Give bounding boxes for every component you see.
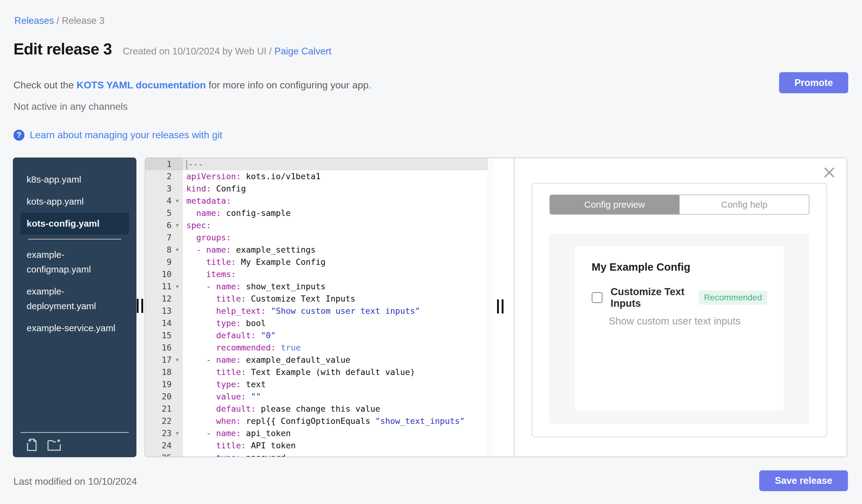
breadcrumb-separator: / [54,15,62,26]
code-line-22[interactable]: when: repl{{ ConfigOptionEquals "show_te… [183,415,495,427]
preview-resize-handle[interactable] [497,300,504,314]
editor-line-18[interactable]: 18 title: Text Example (with default val… [145,366,495,378]
fold-spacer [172,415,183,427]
gutter-line-10: 10 [145,268,183,280]
code-line-23[interactable]: - name: api_token [183,427,495,439]
code-line-8[interactable]: - name: example_settings [183,244,495,256]
editor-line-13[interactable]: 13 help_text: "Show custom user text inp… [145,305,495,317]
code-line-2[interactable]: apiVersion: kots.io/v1beta1 [183,170,495,183]
code-line-11[interactable]: - name: show_text_inputs [183,280,495,293]
fold-toggle-icon[interactable]: ▾ [172,280,183,293]
fold-toggle-icon[interactable]: ▾ [172,195,183,207]
add-folder-icon[interactable] [47,438,62,452]
code-line-15[interactable]: default: "0" [183,329,495,342]
editor-line-7[interactable]: 7 groups: [145,231,495,244]
code-line-6[interactable]: spec: [183,219,495,231]
config-group-title: My Example Config [591,261,767,273]
editor-line-21[interactable]: 21 default: please change this value [145,403,495,415]
fold-spacer [172,439,183,452]
sidebar-file-kots-config-yaml[interactable]: kots-config.yaml [21,213,129,235]
add-file-icon[interactable] [25,438,39,452]
gutter-line-17: 17▾ [145,354,183,366]
editor-line-6[interactable]: 6▾spec: [145,219,495,231]
editor-line-14[interactable]: 14 type: bool [145,317,495,329]
editor-line-8[interactable]: 8▾ - name: example_settings [145,244,495,256]
editor-line-22[interactable]: 22 when: repl{{ ConfigOptionEquals "show… [145,415,495,427]
editor-line-20[interactable]: 20 value: "" [145,390,495,403]
breadcrumb: Releases / Release 3 [14,15,105,26]
editor-line-23[interactable]: 23▾ - name: api_token [145,427,495,439]
fold-spacer [172,403,183,415]
promote-button[interactable]: Promote [779,72,848,93]
fold-spacer [172,390,183,403]
code-line-18[interactable]: title: Text Example (with default value) [183,366,495,378]
fold-spacer [172,378,183,390]
edit-release-page: Releases / Release 3 Edit release 3 Crea… [0,0,862,504]
editor-line-11[interactable]: 11▾ - name: show_text_inputs [145,280,495,293]
code-line-4[interactable]: metadata: [183,195,495,207]
question-mark-icon: ? [13,130,25,141]
kots-yaml-doc-link[interactable]: KOTS YAML documentation [77,80,206,91]
fold-spacer [172,317,183,329]
editor-line-25[interactable]: 25 type: password [145,452,495,456]
editor-preview-gap [495,158,514,456]
code-line-25[interactable]: type: password [183,452,495,456]
editor-line-9[interactable]: 9 title: My Example Config [145,256,495,268]
editor-line-19[interactable]: 19 type: text [145,378,495,390]
sidebar-file-example-configmap-yaml[interactable]: example-configmap.yaml [21,244,129,280]
code-line-17[interactable]: - name: example_default_value [183,354,495,366]
fold-toggle-icon[interactable]: ▾ [172,354,183,366]
code-line-1[interactable]: --- [183,158,495,170]
editor-line-4[interactable]: 4▾metadata: [145,195,495,207]
code-line-20[interactable]: value: "" [183,390,495,403]
editor-line-2[interactable]: 2apiVersion: kots.io/v1beta1 [145,170,495,183]
sidebar-file-kots-app-yaml[interactable]: kots-app.yaml [21,190,129,213]
breadcrumb-current: Release 3 [62,15,105,26]
editor-line-12[interactable]: 12 title: Customize Text Inputs [145,293,495,305]
tab-config-preview[interactable]: Config preview [550,195,679,214]
editor-line-24[interactable]: 24 title: API token [145,439,495,452]
code-line-5[interactable]: name: config-sample [183,207,495,219]
git-releases-link[interactable]: Learn about managing your releases with … [30,129,222,141]
text-cursor [186,160,187,170]
close-icon[interactable] [823,166,836,179]
fold-toggle-icon[interactable]: ▾ [172,244,183,256]
author-link[interactable]: Paige Calvert [274,46,331,56]
code-line-21[interactable]: default: please change this value [183,403,495,415]
code-line-12[interactable]: title: Customize Text Inputs [183,293,495,305]
code-line-16[interactable]: recommended: true [183,342,495,354]
editor-line-1[interactable]: 1--- [145,158,495,170]
save-release-button[interactable]: Save release [759,470,848,491]
gutter-line-8: 8▾ [145,244,183,256]
code-line-10[interactable]: items: [183,268,495,280]
gutter-line-21: 21 [145,403,183,415]
tab-config-help[interactable]: Config help [679,195,809,214]
fold-toggle-icon[interactable]: ▾ [172,427,183,439]
sidebar-file-example-deployment-yaml[interactable]: example-deployment.yaml [21,280,129,317]
code-line-9[interactable]: title: My Example Config [183,256,495,268]
editor-line-17[interactable]: 17▾ - name: example_default_value [145,354,495,366]
editor-line-5[interactable]: 5 name: config-sample [145,207,495,219]
fold-toggle-icon[interactable]: ▾ [172,219,183,231]
code-line-14[interactable]: type: bool [183,317,495,329]
code-line-7[interactable]: groups: [183,231,495,244]
last-modified-text: Last modified on 10/10/2024 [13,476,137,487]
editor-line-10[interactable]: 10 items: [145,268,495,280]
code-line-24[interactable]: title: API token [183,439,495,452]
customize-text-inputs-checkbox[interactable] [591,292,603,303]
editor-line-15[interactable]: 15 default: "0" [145,329,495,342]
editor-line-3[interactable]: 3kind: Config [145,183,495,195]
code-line-19[interactable]: type: text [183,378,495,390]
code-line-13[interactable]: help_text: "Show custom user text inputs… [183,305,495,317]
sidebar-file-example-service-yaml[interactable]: example-service.yaml [21,317,129,339]
sidebar-resize-handle[interactable] [137,299,143,313]
gutter-line-9: 9 [145,256,183,268]
created-text: Created on 10/10/2024 by Web UI / [123,46,274,56]
sidebar-file-k8s-app-yaml[interactable]: k8s-app.yaml [21,169,129,190]
yaml-editor[interactable]: 1---2apiVersion: kots.io/v1beta13kind: C… [145,158,495,456]
gutter-line-23: 23▾ [145,427,183,439]
code-line-3[interactable]: kind: Config [183,183,495,195]
editor-line-16[interactable]: 16 recommended: true [145,342,495,354]
breadcrumb-releases-link[interactable]: Releases [14,15,54,26]
editor-scrollbar[interactable] [487,158,495,456]
